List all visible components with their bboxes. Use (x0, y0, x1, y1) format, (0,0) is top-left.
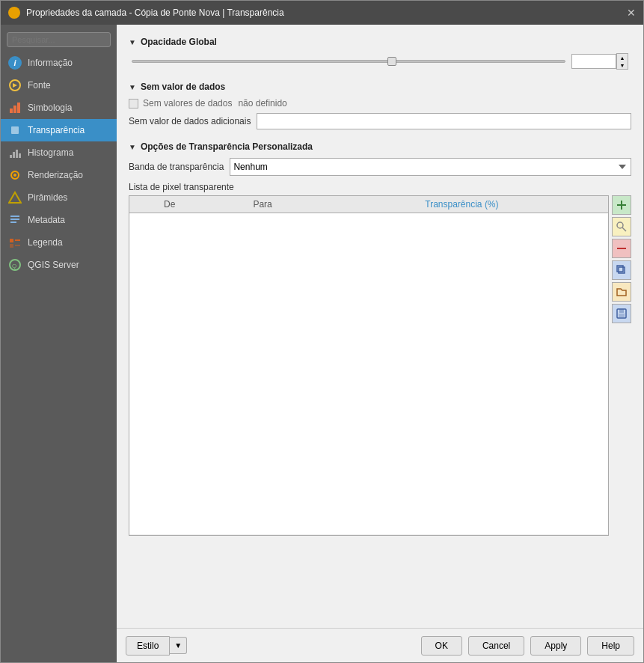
rendering-icon (8, 168, 22, 182)
band-select[interactable]: Nenhum (230, 158, 631, 176)
svg-text:Q: Q (12, 263, 16, 269)
svg-rect-17 (15, 239, 20, 241)
custom-transparency-section: ▼ Opções de Transparência Personalizada … (129, 141, 631, 536)
col-trans-header: Transparência (%) (316, 196, 608, 213)
svg-rect-3 (17, 103, 20, 113)
col-de-header: De (129, 196, 209, 213)
style-button[interactable]: Estilo (126, 636, 170, 656)
opacity-value-input[interactable]: 60,0% (571, 54, 616, 69)
band-row: Banda de transparência Nenhum (129, 158, 631, 176)
sidebar-item-histograma[interactable]: Histograma (1, 141, 117, 164)
ok-button[interactable]: OK (421, 636, 462, 656)
col-para-header: Para (209, 196, 316, 213)
app-icon (8, 7, 20, 19)
remove-row-button[interactable] (612, 239, 631, 258)
opacity-collapse-icon[interactable]: ▼ (129, 38, 136, 46)
metadata-icon (8, 213, 22, 227)
no-data-section: ▼ Sem valor de dados Sem valores de dado… (129, 82, 631, 129)
svg-point-24 (617, 222, 623, 228)
sidebar-label-piramides: Pirâmides (28, 192, 67, 203)
svg-rect-15 (10, 221, 16, 223)
svg-rect-26 (617, 248, 626, 249)
additional-no-data-input[interactable] (257, 113, 631, 129)
sidebar-item-fonte[interactable]: Fonte (1, 74, 117, 97)
opacity-decrease-button[interactable]: ▼ (617, 61, 628, 69)
sidebar-item-qgis-server[interactable]: Q QGIS Server (1, 254, 117, 276)
footer-left: Estilo ▼ (126, 636, 187, 656)
opacity-increase-button[interactable]: ▲ (617, 54, 628, 61)
svg-point-11 (13, 174, 16, 177)
custom-section-title: Opções de Transparência Personalizada (141, 141, 313, 152)
transparency-icon (8, 123, 22, 137)
style-dropdown-button[interactable]: ▼ (170, 637, 187, 654)
svg-rect-7 (13, 152, 15, 158)
help-button[interactable]: Help (587, 636, 634, 656)
sidebar-label-metadata: Metadata (28, 215, 65, 225)
svg-rect-9 (19, 153, 21, 158)
info-icon: i (8, 56, 22, 70)
svg-rect-5 (11, 126, 19, 134)
main-panel: ▼ Opacidade Global 60,0% ▲ ▼ (117, 25, 643, 662)
additional-label: Sem valor de dados adicionais (129, 116, 251, 126)
sidebar: i Informação Fonte Simbologia (1, 25, 117, 662)
save-button[interactable] (612, 304, 631, 323)
legend-icon (8, 236, 22, 249)
main-content: ▼ Opacidade Global 60,0% ▲ ▼ (117, 25, 643, 628)
opacity-spinner: ▲ ▼ (616, 53, 628, 70)
open-file-button[interactable] (612, 282, 631, 302)
query-button[interactable] (612, 217, 631, 236)
symbology-icon (8, 101, 22, 114)
add-row-button[interactable] (612, 195, 631, 215)
no-data-checkbox[interactable] (129, 99, 138, 109)
qgis-icon: Q (8, 258, 22, 272)
sidebar-label-qgis-server: QGIS Server (28, 260, 79, 270)
sidebar-item-piramides[interactable]: Pirâmides (1, 186, 117, 209)
svg-rect-13 (10, 216, 19, 217)
pixel-table-wrapper: De Para Transparência (%) (129, 195, 631, 536)
pixel-table: De Para Transparência (%) (129, 196, 608, 535)
sidebar-item-informacao[interactable]: i Informação (1, 52, 117, 74)
sidebar-item-renderizacao[interactable]: Renderização (1, 164, 117, 186)
window-title: Propriedades da camada - Cópia de Ponte … (26, 7, 284, 18)
custom-collapse-icon[interactable]: ▼ (129, 143, 136, 151)
no-data-collapse-icon[interactable]: ▼ (129, 83, 136, 91)
svg-rect-1 (10, 109, 13, 113)
no-data-checkbox-label[interactable]: Sem valores de dados (129, 98, 232, 109)
opacity-slider[interactable] (132, 55, 565, 68)
sidebar-item-simbologia[interactable]: Simbologia (1, 97, 117, 119)
svg-rect-16 (10, 239, 13, 242)
footer-right: OK Cancel Apply Help (421, 636, 634, 656)
sidebar-label-histograma: Histograma (28, 147, 73, 158)
opacity-section-title: Opacidade Global (141, 37, 217, 47)
pyramids-icon (8, 191, 22, 204)
sidebar-item-transparencia[interactable]: Transparência (1, 119, 117, 141)
svg-rect-31 (619, 314, 625, 317)
svg-rect-2 (13, 106, 16, 113)
svg-rect-8 (16, 150, 18, 158)
svg-rect-18 (10, 244, 13, 248)
sidebar-item-metadata[interactable]: Metadata (1, 209, 117, 231)
svg-rect-23 (617, 204, 626, 206)
sidebar-label-simbologia: Simbologia (28, 103, 72, 113)
histogram-icon (8, 146, 22, 159)
svg-rect-19 (15, 245, 20, 246)
no-data-row: Sem valores de dados não definido (129, 98, 631, 109)
close-button[interactable]: ✕ (627, 7, 636, 19)
sidebar-label-fonte: Fonte (28, 80, 51, 91)
opacity-section-header: ▼ Opacidade Global (129, 37, 631, 47)
svg-rect-28 (617, 266, 623, 272)
cancel-button[interactable]: Cancel (468, 636, 524, 656)
additional-no-data-row: Sem valor de dados adicionais (129, 113, 631, 129)
pixel-table-container: De Para Transparência (%) (129, 195, 609, 536)
svg-marker-12 (9, 192, 21, 203)
no-data-section-title: Sem valor de dados (141, 82, 225, 92)
opacity-row: 60,0% ▲ ▼ (129, 53, 631, 70)
copy-rows-button[interactable] (612, 260, 631, 280)
apply-button[interactable]: Apply (530, 636, 581, 656)
search-input[interactable] (7, 32, 111, 47)
sidebar-item-legenda[interactable]: Legenda (1, 231, 117, 254)
svg-rect-6 (10, 155, 12, 158)
sidebar-label-legenda: Legenda (28, 237, 63, 248)
band-label: Banda de transparência (129, 162, 224, 172)
no-data-defined-text: não definido (238, 98, 286, 109)
